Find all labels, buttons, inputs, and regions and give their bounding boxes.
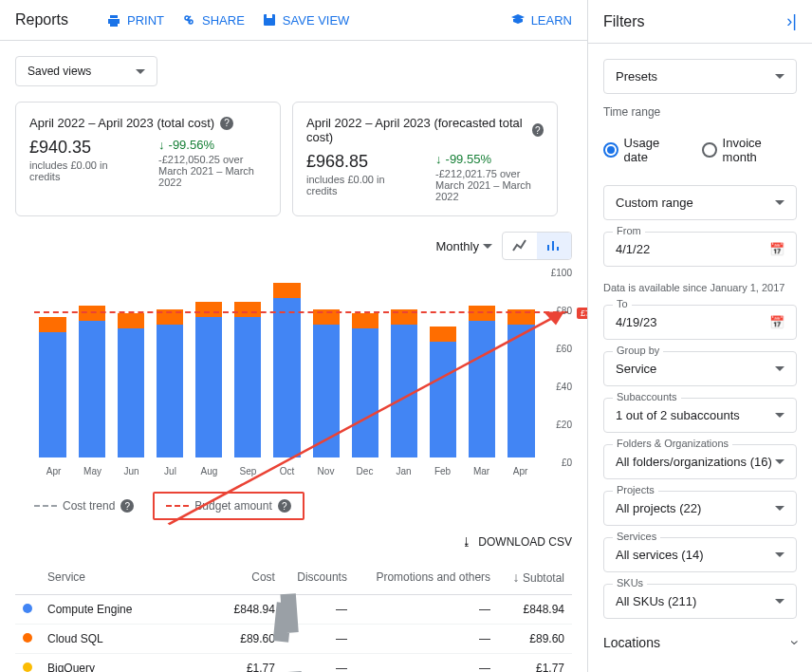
chevron-down-icon <box>775 413 784 418</box>
services-dropdown[interactable]: Services All services (14) <box>603 537 797 572</box>
chevron-down-icon <box>775 366 784 371</box>
down-arrow-icon: ↓ <box>158 138 165 152</box>
help-icon[interactable]: ? <box>532 123 544 137</box>
col-subtotal[interactable]: ↓ Subtotal <box>498 560 572 595</box>
chevron-down-icon <box>775 74 784 79</box>
share-button[interactable]: SHARE <box>181 12 245 28</box>
skus-dropdown[interactable]: SKUs All SKUs (211) <box>603 584 797 619</box>
learn-button[interactable]: LEARN <box>510 12 572 28</box>
invoice-month-radio[interactable]: Invoice month <box>702 136 797 164</box>
col-service[interactable]: Service <box>40 560 220 595</box>
period-select[interactable]: Monthly <box>435 239 492 253</box>
table-row[interactable]: Compute Engine£848.94——£848.94 <box>15 595 572 625</box>
print-button[interactable]: PRINT <box>106 12 164 28</box>
share-icon <box>181 12 196 28</box>
page-title: Reports <box>15 11 68 28</box>
bar-chart-icon <box>545 237 563 254</box>
save-icon <box>262 12 277 28</box>
date-range-dropdown[interactable]: Custom range <box>603 185 797 220</box>
projects-dropdown[interactable]: Projects All projects (22) <box>603 491 797 526</box>
group-by-dropdown[interactable]: Group by Service <box>603 351 797 386</box>
print-icon <box>106 12 121 28</box>
chevron-down-icon: › <box>785 640 803 644</box>
bar-view-toggle[interactable] <box>537 233 571 259</box>
col-discounts[interactable]: Discounts <box>283 560 355 595</box>
sort-desc-icon: ↓ <box>513 569 520 585</box>
forecast-cost-card: April 2022 – April 2023 (forecasted tota… <box>292 102 558 216</box>
reports-header: Reports PRINT SHARE SAVE VIEW LEARN <box>0 0 587 41</box>
chevron-down-icon <box>775 459 784 464</box>
calendar-icon: 📅 <box>769 242 784 256</box>
col-promotions[interactable]: Promotions and others <box>355 560 498 595</box>
learn-icon <box>510 12 526 28</box>
chevron-down-icon <box>775 506 784 511</box>
help-icon[interactable]: ? <box>278 499 291 513</box>
help-icon[interactable]: ? <box>120 499 134 513</box>
data-available-note: Data is available since January 1, 2017 <box>603 282 797 293</box>
chevron-down-icon <box>775 200 784 205</box>
summary-cards: April 2022 – April 2023 (total cost)? £9… <box>15 102 572 216</box>
filters-title: Filters <box>603 13 645 30</box>
to-date-input[interactable]: To 4/19/23📅 <box>603 305 797 340</box>
save-view-button[interactable]: SAVE VIEW <box>262 12 350 28</box>
cost-table: Service Cost Discounts Promotions and ot… <box>15 560 572 672</box>
svg-rect-1 <box>267 14 272 18</box>
table-row[interactable]: BigQuery£1.77——£1.77 <box>15 654 572 673</box>
calendar-icon: 📅 <box>769 315 784 329</box>
help-icon[interactable]: ? <box>220 117 233 130</box>
line-view-toggle[interactable] <box>503 233 537 259</box>
locations-section[interactable]: Locations › <box>603 630 797 655</box>
budget-badge: £77 <box>577 308 587 319</box>
total-cost-card: April 2022 – April 2023 (total cost)? £9… <box>15 102 281 216</box>
download-csv-button[interactable]: ⭳ DOWNLOAD CSV <box>461 535 572 549</box>
chevron-down-icon <box>775 552 784 557</box>
chevron-down-icon <box>136 69 145 74</box>
time-range-label: Time range <box>603 105 797 119</box>
legend-budget-amount: Budget amount ? <box>153 492 304 520</box>
presets-dropdown[interactable]: Presets <box>603 59 797 94</box>
down-arrow-icon: ↓ <box>435 152 442 166</box>
line-chart-icon <box>511 237 528 254</box>
from-date-input[interactable]: From 4/1/22📅 <box>603 232 797 267</box>
chevron-down-icon <box>483 244 492 249</box>
cost-chart: £77 £0£20£40£60£80£100 AprMayJunJulAugSe… <box>15 268 572 476</box>
download-icon: ⭳ <box>461 535 472 549</box>
table-row[interactable]: Cloud SQL£89.60——£89.60 <box>15 625 572 654</box>
saved-views-dropdown[interactable]: Saved views <box>15 56 157 86</box>
legend-cost-trend: Cost trend ? <box>34 499 134 513</box>
subaccounts-dropdown[interactable]: Subaccounts 1 out of 2 subaccounts <box>603 398 797 433</box>
usage-date-radio[interactable]: Usage date <box>603 136 685 164</box>
folders-dropdown[interactable]: Folders & Organizations All folders/orga… <box>603 444 797 479</box>
chevron-down-icon <box>775 599 784 604</box>
collapse-sidebar-icon[interactable]: ›| <box>786 11 797 31</box>
col-cost[interactable]: Cost <box>220 560 283 595</box>
